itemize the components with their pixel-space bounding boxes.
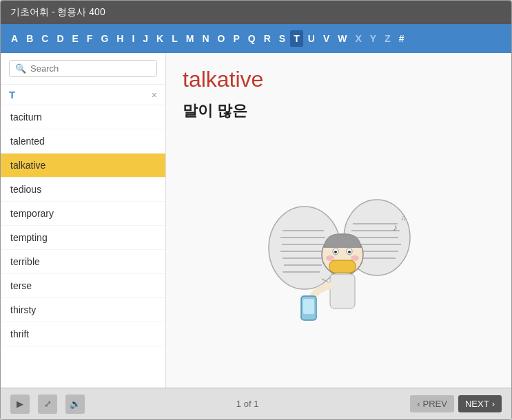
search-icon: 🔍 bbox=[15, 63, 26, 74]
sidebar: 🔍 T × taciturntalentedtalkativetediouste… bbox=[1, 53, 166, 388]
word-title: talkative bbox=[183, 67, 495, 92]
detail-panel: talkative 말이 많은 bbox=[166, 53, 511, 388]
alpha-letter-u[interactable]: U bbox=[305, 30, 318, 47]
alpha-letter-l[interactable]: L bbox=[168, 30, 181, 47]
word-item-talkative[interactable]: talkative bbox=[1, 154, 165, 178]
alpha-letter-v[interactable]: V bbox=[320, 30, 333, 47]
alpha-letter-t[interactable]: T bbox=[290, 30, 303, 47]
prev-button[interactable]: ‹ PREV bbox=[410, 395, 454, 412]
expand-button[interactable]: ⤢ bbox=[38, 395, 57, 414]
word-image: ♪ ♫ bbox=[183, 135, 495, 374]
svg-text:♫: ♫ bbox=[401, 214, 407, 222]
svg-point-18 bbox=[334, 251, 337, 253]
svg-point-21 bbox=[351, 255, 359, 261]
alpha-letter-o[interactable]: O bbox=[214, 30, 229, 47]
next-button[interactable]: NEXT › bbox=[458, 395, 502, 412]
word-illustration: ♪ ♫ bbox=[263, 179, 415, 330]
word-item-temporary[interactable]: temporary bbox=[1, 202, 165, 226]
prev-label: PREV bbox=[423, 399, 447, 409]
title-text: 기초어휘 - 형용사 400 bbox=[10, 6, 105, 17]
word-list: taciturntalentedtalkativetedioustemporar… bbox=[1, 105, 165, 388]
search-input-wrap[interactable]: 🔍 bbox=[9, 60, 157, 77]
alpha-letter-w[interactable]: W bbox=[334, 30, 350, 47]
alpha-letter-p[interactable]: P bbox=[229, 30, 243, 47]
svg-text:♪: ♪ bbox=[393, 222, 398, 233]
alpha-letter-r[interactable]: R bbox=[260, 30, 274, 47]
search-bar: 🔍 bbox=[1, 53, 165, 85]
word-item-talented[interactable]: talented bbox=[1, 129, 165, 154]
svg-rect-25 bbox=[303, 299, 314, 314]
svg-rect-23 bbox=[330, 274, 355, 308]
word-item-terrible[interactable]: terrible bbox=[1, 250, 165, 274]
alpha-letter-z[interactable]: Z bbox=[381, 30, 394, 47]
alpha-letter-j[interactable]: J bbox=[139, 30, 152, 47]
main-content: 🔍 T × taciturntalentedtalkativetediouste… bbox=[1, 53, 511, 388]
word-item-thirsty[interactable]: thirsty bbox=[1, 298, 165, 322]
bottom-controls-left: ▶ ⤢ 🔊 bbox=[10, 395, 85, 414]
alpha-letter-e[interactable]: E bbox=[69, 30, 82, 47]
alpha-letter-#[interactable]: # bbox=[396, 30, 408, 47]
app-window: 기초어휘 - 형용사 400 ABCDEFGHIJKLMNOPQRSTUVWXY… bbox=[0, 0, 512, 420]
alpha-letter-c[interactable]: C bbox=[38, 30, 52, 47]
next-label: NEXT bbox=[465, 399, 489, 409]
alphabet-bar: ABCDEFGHIJKLMNOPQRSTUVWXYZ# bbox=[1, 24, 511, 53]
filter-row: T × bbox=[1, 85, 165, 105]
alpha-letter-x[interactable]: X bbox=[351, 30, 365, 47]
alpha-letter-m[interactable]: M bbox=[183, 30, 198, 47]
alpha-letter-d[interactable]: D bbox=[53, 30, 67, 47]
filter-clear-button[interactable]: × bbox=[152, 90, 157, 101]
alpha-letter-a[interactable]: A bbox=[8, 30, 21, 47]
alpha-letter-g[interactable]: G bbox=[97, 30, 112, 47]
word-meaning: 말이 많은 bbox=[183, 101, 495, 121]
word-item-terse[interactable]: terse bbox=[1, 274, 165, 298]
filter-label: T bbox=[9, 89, 15, 101]
alpha-letter-n[interactable]: N bbox=[198, 30, 212, 47]
alpha-letter-s[interactable]: S bbox=[276, 30, 289, 47]
svg-point-19 bbox=[348, 251, 351, 253]
bottom-bar: ▶ ⤢ 🔊 1 of 1 ‹ PREV NEXT › bbox=[1, 388, 511, 419]
alpha-letter-q[interactable]: Q bbox=[245, 30, 259, 47]
next-chevron-icon: › bbox=[492, 399, 495, 409]
alpha-letter-y[interactable]: Y bbox=[367, 30, 380, 47]
word-item-taciturn[interactable]: taciturn bbox=[1, 105, 165, 129]
word-item-tedious[interactable]: tedious bbox=[1, 178, 165, 202]
alpha-letter-b[interactable]: B bbox=[23, 30, 37, 47]
search-input[interactable] bbox=[30, 63, 151, 74]
sound-icon: 🔊 bbox=[70, 399, 81, 409]
word-item-tempting[interactable]: tempting bbox=[1, 226, 165, 250]
alpha-letter-i[interactable]: I bbox=[128, 30, 138, 47]
svg-rect-22 bbox=[329, 260, 356, 273]
alpha-letter-h[interactable]: H bbox=[113, 30, 127, 47]
alpha-letter-k[interactable]: K bbox=[153, 30, 167, 47]
svg-point-20 bbox=[326, 255, 334, 261]
alpha-letter-f[interactable]: F bbox=[83, 30, 96, 47]
title-bar: 기초어휘 - 형용사 400 bbox=[1, 1, 511, 24]
word-item-thrift[interactable]: thrift bbox=[1, 322, 165, 346]
page-info: 1 of 1 bbox=[236, 399, 259, 409]
sound-button[interactable]: 🔊 bbox=[65, 395, 85, 414]
nav-buttons: ‹ PREV NEXT › bbox=[410, 395, 502, 412]
prev-chevron-icon: ‹ bbox=[417, 399, 420, 409]
play-button[interactable]: ▶ bbox=[10, 395, 30, 414]
